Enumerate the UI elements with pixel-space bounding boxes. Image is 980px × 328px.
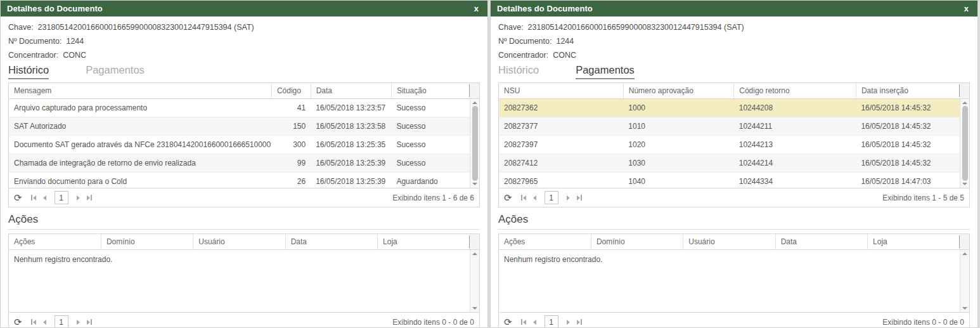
table-row[interactable]: 2082737710101024421116/05/2018 14:45:32: [499, 117, 960, 136]
page-number-box[interactable]: 1: [55, 315, 68, 328]
table-row[interactable]: Arquivo capturado para processamento4116…: [9, 99, 470, 117]
table-cell: 16/05/2018 13:25:39: [311, 173, 391, 188]
table-cell: Sucesso: [391, 154, 470, 173]
table-cell: 20827377: [499, 117, 623, 136]
column-header-loja[interactable]: Loja: [378, 234, 470, 249]
table-cell: 20827397: [499, 136, 623, 154]
column-header-acoes[interactable]: Ações: [499, 234, 591, 249]
table-row[interactable]: 2082739710201024421316/05/2018 14:45:32: [499, 136, 960, 154]
pager-last-button[interactable]: [577, 319, 582, 325]
scroll-up-icon[interactable]: [472, 102, 477, 104]
grid-header: Ações Domínio Usuário Data Loja: [9, 234, 479, 250]
vertical-scrollbar[interactable]: [960, 250, 969, 312]
concentrador-label: Concentrador:: [8, 51, 58, 60]
pager-nav: 1: [521, 191, 582, 204]
refresh-icon[interactable]: ⟳: [14, 193, 22, 202]
pager-last-button[interactable]: [87, 195, 92, 200]
pager-prev-button[interactable]: [43, 195, 46, 200]
acoes-divider: [8, 229, 480, 230]
table-cell: Arquivo capturado para processamento: [9, 99, 271, 117]
column-header-numero-aprovacao[interactable]: Número aprovação: [623, 83, 733, 98]
documento-line: Nº Documento:1244: [8, 34, 480, 48]
column-header-acoes[interactable]: Ações: [9, 234, 101, 249]
tab-historico[interactable]: Histórico: [498, 64, 539, 79]
pager-first-button[interactable]: [521, 195, 526, 200]
vertical-scrollbar[interactable]: [470, 250, 479, 312]
tab-pagamentos[interactable]: Pagamentos: [576, 64, 635, 79]
column-header-mensagem[interactable]: Mensagem: [9, 83, 271, 98]
scroll-down-icon[interactable]: [472, 307, 477, 310]
scroll-down-icon[interactable]: [472, 183, 477, 185]
table-cell: 1010: [623, 117, 733, 136]
pager-last-button[interactable]: [87, 319, 92, 325]
column-header-usuario[interactable]: Usuário: [193, 234, 285, 249]
pager-first-button[interactable]: [521, 319, 526, 325]
scroll-down-icon[interactable]: [962, 307, 967, 310]
scroll-up-icon[interactable]: [962, 253, 967, 255]
column-header-usuario[interactable]: Usuário: [683, 234, 775, 249]
close-icon[interactable]: x: [962, 3, 971, 14]
column-header-loja[interactable]: Loja: [868, 234, 960, 249]
table-row[interactable]: 2082736210001024420816/05/2018 14:45:32: [499, 99, 960, 117]
column-header-dominio[interactable]: Domínio: [101, 234, 193, 249]
pager-status: Exibindo itens 1 - 6 de 6: [392, 194, 474, 202]
table-row[interactable]: Enviando documento para o Cold2616/05/20…: [9, 173, 470, 188]
scrollbar-thumb[interactable]: [962, 106, 968, 181]
page-number-box[interactable]: 1: [55, 191, 68, 204]
column-header-data[interactable]: Data: [285, 234, 377, 249]
table-cell: 20827412: [499, 154, 623, 173]
vertical-scrollbar[interactable]: [960, 99, 969, 188]
dialog-title: Detalhes do Documento: [7, 4, 103, 13]
table-row[interactable]: 2082741210301024421416/05/2018 14:45:32: [499, 154, 960, 173]
pager-first-button[interactable]: [31, 319, 36, 325]
scroll-down-icon[interactable]: [962, 183, 967, 185]
chave-value: 2318051420016600016659900008323001244791…: [38, 23, 254, 32]
table-row[interactable]: 2082796510401024433416/05/2018 14:47:03: [499, 173, 960, 188]
chave-label: Chave:: [498, 23, 524, 32]
concentrador-value: CONC: [553, 51, 576, 60]
pager-first-button[interactable]: [31, 195, 36, 200]
scrollbar-thumb[interactable]: [472, 106, 478, 181]
column-header-situacao[interactable]: Situação: [391, 83, 470, 98]
table-cell: 150: [271, 117, 311, 136]
table-cell: Sucesso: [391, 117, 470, 136]
pager-next-button[interactable]: [77, 195, 80, 200]
documento-value: 1244: [66, 37, 84, 46]
scroll-up-icon[interactable]: [472, 253, 477, 255]
table-cell: 16/05/2018 14:45:32: [856, 99, 960, 117]
pager-last-button[interactable]: [577, 195, 582, 200]
column-header-codigo[interactable]: Código: [271, 83, 311, 98]
page-number-box[interactable]: 1: [545, 191, 558, 204]
pager-next-button[interactable]: [567, 320, 570, 325]
pager-next-button[interactable]: [567, 195, 570, 200]
tab-pagamentos[interactable]: Pagamentos: [86, 64, 145, 79]
table-cell: 16/05/2018 13:25:39: [311, 154, 391, 173]
column-header-data[interactable]: Data: [775, 234, 867, 249]
pager-next-button[interactable]: [77, 320, 80, 325]
page-number-box[interactable]: 1: [545, 315, 558, 328]
refresh-icon[interactable]: ⟳: [14, 317, 22, 327]
vertical-scrollbar[interactable]: [470, 99, 479, 188]
pager-prev-button[interactable]: [533, 195, 536, 200]
table-row[interactable]: SAT Autorizado15016/05/2018 13:23:58Suce…: [9, 117, 470, 136]
column-header-codigo-retorno[interactable]: Código retorno: [734, 83, 856, 98]
pager-prev-button[interactable]: [43, 320, 46, 325]
table-row[interactable]: Chamada de integração de retorno de envi…: [9, 154, 470, 173]
tab-historico[interactable]: Histórico: [8, 64, 49, 79]
close-icon[interactable]: x: [472, 3, 481, 14]
refresh-icon[interactable]: ⟳: [504, 317, 512, 327]
scroll-up-icon[interactable]: [962, 102, 967, 104]
dialog-title: Detalhes do Documento: [497, 4, 593, 13]
table-cell: SAT Autorizado: [9, 117, 271, 136]
pager-prev-button[interactable]: [533, 320, 536, 325]
table-cell: 16/05/2018 13:23:58: [311, 117, 391, 136]
chave-line: Chave:2318051420016600016659900008323001…: [8, 20, 480, 34]
column-header-data[interactable]: Data: [311, 83, 391, 98]
column-header-data-insercao[interactable]: Data inserção: [856, 83, 960, 98]
column-header-nsu[interactable]: NSU: [499, 83, 623, 98]
table-row[interactable]: Documento SAT gerado através da NFCe 231…: [9, 136, 470, 154]
refresh-icon[interactable]: ⟳: [504, 193, 512, 202]
grid-body: Nenhum registro encontrado.: [499, 250, 969, 312]
column-header-dominio[interactable]: Domínio: [591, 234, 683, 249]
table-cell: 20827362: [499, 99, 623, 117]
